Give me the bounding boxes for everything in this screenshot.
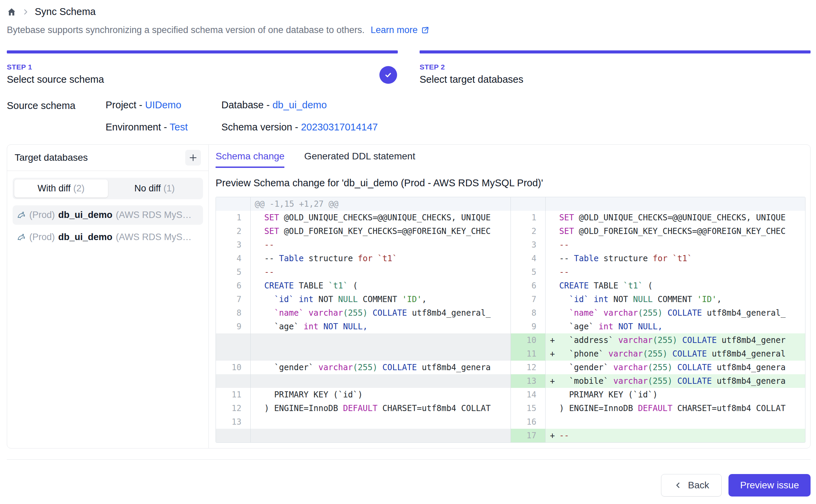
line-number: 4 [511, 252, 546, 265]
code-token: -- [264, 240, 274, 250]
tab-with-diff[interactable]: With diff(2) [14, 179, 108, 198]
source-schema-label: Source schema [7, 99, 106, 133]
diff-left-empty-cell [216, 429, 511, 442]
line-number: 2 [216, 224, 251, 238]
schema-diff-view[interactable]: @@ -1,15 +1,27 @@1SET @OLD_UNIQUE_CHECKS… [216, 197, 805, 443]
code-line: PRIMARY KEY (`id`) [546, 388, 805, 401]
code-token: for [358, 254, 373, 263]
line-number: 17 [511, 429, 546, 442]
diff-row: 12) ENGINE=InnoDB DEFAULT CHARSET=utf8mb… [216, 401, 805, 415]
tab-generated-ddl-statement[interactable]: Generated DDL statement [304, 151, 415, 168]
back-button[interactable]: Back [661, 474, 722, 497]
line-number: 3 [511, 238, 546, 252]
diff-left-code-cell: 12) ENGINE=InnoDB DEFAULT CHARSET=utf8mb… [216, 401, 511, 415]
line-number: 3 [216, 238, 251, 252]
step-2-title: Select target databases [420, 74, 811, 85]
code-token [559, 295, 569, 304]
code-token: varchar [603, 308, 638, 318]
code-token [318, 322, 323, 331]
code-token [672, 376, 677, 386]
diff-right-hunk-cell [511, 197, 805, 211]
target-panel-header: Target databases [7, 145, 208, 171]
tab-schema-change[interactable]: Schema change [216, 151, 284, 168]
source-field-name: Project - [106, 99, 145, 110]
code-line: +-- [546, 429, 805, 442]
external-link-icon [421, 26, 429, 35]
code-token: , [422, 295, 426, 304]
diff-right-code-cell: 14 PRIMARY KEY (`id`) [511, 388, 805, 401]
diff-row: 10 `gender` varchar(255) COLLATE utf8mb4… [216, 361, 805, 374]
code-token: COLLATE [668, 308, 702, 318]
diff-left-code-cell: 5-- [216, 265, 511, 279]
diff-sign: + [546, 333, 559, 347]
line-number: 9 [511, 320, 546, 333]
code-token: COLLATE [373, 308, 407, 318]
database-environment: (Prod) [29, 232, 55, 242]
target-database-item[interactable]: (Prod)db_ui_demo(AWS RDS MyS… [13, 227, 203, 247]
source-schema-fields: Project - UIDemoDatabase - db_ui_demoEnv… [106, 99, 378, 133]
line-number: 12 [216, 401, 251, 415]
code-token: -- [559, 267, 569, 277]
code-line: PRIMARY KEY (`id`) [251, 388, 511, 401]
line-number: 14 [511, 388, 546, 401]
source-field-value-link[interactable]: UIDemo [145, 99, 181, 110]
diff-right-code-cell: 1SET @OLD_UNIQUE_CHECKS=@@UNIQUE_CHECKS,… [511, 211, 805, 224]
source-field-value-link[interactable]: db_ui_demo [272, 99, 327, 110]
code-token [367, 308, 372, 318]
code-token: CHARSET=utf8mb4 COLLAT [672, 404, 785, 413]
learn-more-label: Learn more [371, 25, 418, 35]
diff-right-code-cell: 5-- [511, 265, 805, 279]
tab-count: (2) [73, 183, 84, 193]
code-token: `address` [559, 335, 618, 345]
diff-right-code-cell: 12 `gender` varchar(255) COLLATE utf8mb4… [511, 361, 805, 374]
code-token: utf8mb4_genera [417, 363, 491, 372]
code-token: ) ENGINE=InnoDB [559, 404, 638, 413]
code-token: varchar [613, 363, 648, 372]
wizard-steps: STEP 1 Select source schema STEP 2 Selec… [7, 50, 811, 85]
diff-left-hunk-cell: @@ -1,15 +1,27 @@ [216, 197, 511, 211]
source-field-environment: Environment - Test [106, 122, 221, 133]
home-icon[interactable] [7, 7, 16, 17]
code-token: @@ -1,15 +1,27 @@ [255, 199, 339, 209]
code-token [662, 308, 667, 318]
line-number: 11 [216, 388, 251, 401]
source-field-schema-version: Schema version - 20230317014147 [221, 122, 378, 133]
code-line: -- [546, 265, 805, 279]
code-line: `id` int NOT NULL COMMENT 'ID', [546, 293, 805, 306]
code-token: ( [643, 281, 653, 290]
code-token: COMMENT [358, 295, 402, 304]
diff-left-code-cell: 11 PRIMARY KEY (`id`) [216, 388, 511, 401]
code-line [251, 374, 511, 388]
code-token: -- [559, 254, 574, 263]
target-database-list: (Prod)db_ui_demo(AWS RDS MyS…(Prod)db_ui… [7, 204, 208, 251]
code-token: `age` [264, 322, 304, 331]
code-token [377, 363, 382, 372]
diff-right-code-cell: 7 `id` int NOT NULL COMMENT 'ID', [511, 293, 805, 306]
code-line: `gender` varchar(255) COLLATE utf8mb4_ge… [546, 361, 805, 374]
line-number: 13 [216, 415, 251, 429]
learn-more-link[interactable]: Learn more [371, 25, 429, 35]
code-line [251, 415, 511, 429]
code-token [559, 308, 569, 318]
source-field-value-link[interactable]: 20230317014147 [301, 122, 378, 132]
code-token: SET [264, 213, 279, 222]
source-field-project: Project - UIDemo [106, 99, 221, 111]
target-database-item[interactable]: (Prod)db_ui_demo(AWS RDS MyS… [13, 205, 203, 225]
preview-issue-button[interactable]: Preview issue [728, 474, 811, 497]
source-field-value-link[interactable]: Test [170, 122, 188, 132]
line-number: 5 [216, 265, 251, 279]
code-line: `name` varchar(255) COLLATE utf8mb4_gene… [546, 306, 805, 320]
code-token: `id` [274, 295, 294, 304]
target-databases-panel: Target databases With diff(2)No diff(1) … [7, 145, 209, 448]
code-token: (255) [648, 363, 672, 372]
code-token: -- [559, 431, 569, 440]
diff-right-add-cell: 17+-- [511, 429, 805, 442]
code-token: SET [559, 226, 574, 236]
line-number: 2 [511, 224, 546, 238]
tab-no-diff[interactable]: No diff(1) [108, 179, 202, 198]
code-token: CHARSET=utf8mb4 COLLAT [377, 404, 490, 413]
code-token: `mobile` [559, 376, 613, 386]
code-line: `name` varchar(255) COLLATE utf8mb4_gene… [251, 306, 511, 320]
code-token: utf8mb4_general [707, 349, 786, 359]
add-target-database-button[interactable] [185, 150, 201, 166]
